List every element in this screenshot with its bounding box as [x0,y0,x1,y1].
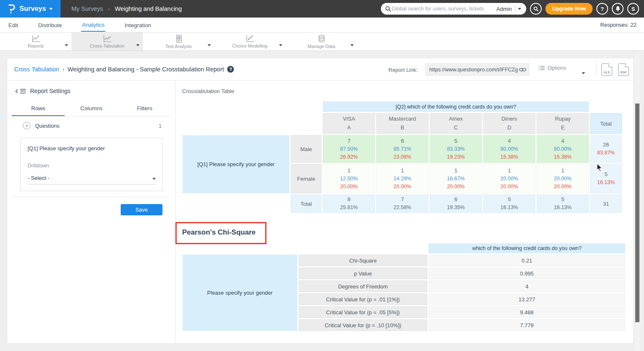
column-header: VISAA [323,113,375,134]
crosstab-cell: 685.71%23.08% [376,135,428,163]
toolbar-item-manage-data[interactable]: Manage Data [286,33,357,51]
tab-rows[interactable]: Rows [12,103,65,116]
chevron-down-icon[interactable] [136,40,139,48]
crosstab-table: [Q2] which of the following credit cards… [181,100,623,214]
chevron-down-icon[interactable] [65,40,68,48]
search-button[interactable] [530,3,542,15]
chi-square-title: Pearson's Chi-Square [182,228,256,237]
breadcrumb-separator: › [108,6,110,12]
stat-label: Critical Value for (p = .10 [10%]) [299,319,427,331]
export-xls-icon[interactable]: XLS [601,63,612,76]
line-chart-icon [31,35,41,43]
chi-stat-row: Please specify your gender Chi-Square 0.… [183,255,625,266]
list-icon [539,66,545,71]
chevron-down-icon [518,8,521,10]
row-total-cell: 516.13% [590,164,622,193]
toolbar-item-cross-tabulation[interactable]: Cross-Tabulation [71,33,143,51]
breadcrumb-my-surveys[interactable]: My Surveys [71,5,103,12]
user-avatar[interactable]: S [627,3,639,15]
document-grid-icon [175,35,183,43]
toolbar-item-label: Cross-Tabulation [90,43,124,48]
chevron-down-icon [49,8,53,10]
mouse-cursor [596,164,604,174]
tab-integration[interactable]: Integration [124,18,152,31]
stat-label: Critical Value for (p = .05 [5%]) [299,306,427,318]
crosstab-cell: 480.00%15.38% [537,135,589,163]
tab-analytics[interactable]: Analytics [81,18,105,32]
options-dropdown-caret[interactable] [582,68,585,76]
tab-filters[interactable]: Filters [118,103,171,116]
stat-value: 0.995 [428,268,625,279]
stat-label: Critical Value for (p = .01 [1%]) [299,293,427,305]
column-total-cell: 722.58% [376,194,428,213]
chi-column-header: which of the following credit cards do y… [428,243,625,253]
toolbar-item-choice-modelling[interactable]: Choice Modelling [214,33,286,51]
chi-header-row: which of the following credit cards do y… [183,243,625,253]
report-link-box[interactable]: https://www.questionpro.com/t/lFFCZg [425,63,530,76]
crosstab-header-question-row: [Q2] which of the following credit cards… [183,101,622,112]
breadcrumb-current-survey: Weighting and Balancing [115,5,182,12]
crosstab-cell: 787.50%26.92% [323,135,375,163]
link-icon[interactable] [519,67,526,72]
global-search-input[interactable] [391,6,494,12]
column-header: AmexC [430,113,482,134]
questions-label: Questions [35,123,159,129]
tab-edit[interactable]: Edit [8,18,19,31]
notifications-button[interactable] [612,3,624,15]
toolbar-item-label: Text Analysis [165,44,192,49]
chevron-down-icon[interactable] [208,40,211,48]
search-scope-label[interactable]: Admin [495,6,515,12]
stat-label: Degrees of Freedom [299,280,427,292]
crosstab-cell: 120.00%20.00% [483,164,535,193]
toolbar-item-text-analysis[interactable]: Text Analysis [143,33,214,51]
stat-label: p Value [299,268,427,279]
question-text: [Q1] Please specify your gender [28,145,105,152]
report-link-label: Report Link: [388,67,418,73]
vertical-scrollbar-thumb[interactable] [635,104,639,322]
drilldown-label: Drilldown [28,163,49,169]
report-settings-header: Report Settings [16,88,71,94]
save-button[interactable]: Save [121,204,162,215]
row-question-header: [Q1] Please specify your gender [183,135,289,193]
add-question-button[interactable]: + [23,122,30,129]
topbar-actions: Admin Upgrade Now S [381,0,639,18]
crosstab-row-male: [Q1] Please specify your gender Male 787… [183,135,622,163]
menu-icon [20,88,26,94]
chevron-down-icon[interactable] [279,40,282,48]
export-pdf-icon[interactable]: PDF [618,63,629,76]
toolbar-item-label: Choice Modelling [232,43,267,48]
report-help-icon[interactable] [227,66,234,73]
toolbar-item-label: Manage Data [307,44,335,49]
help-button[interactable] [596,3,608,15]
pdf-label: PDF [621,71,627,74]
search-scope-dropdown[interactable] [515,8,524,10]
export-divider [596,63,596,76]
cross-tabulation-link[interactable]: Cross Tabulation [14,66,59,73]
crosstab-cell: 120.00%20.00% [537,164,589,193]
options-label: Options [548,65,566,71]
chevron-down-icon [152,175,156,181]
stat-value: 9.488 [428,306,625,318]
tab-columns[interactable]: Columns [65,103,118,116]
report-breadcrumb: Cross Tabulation › Weighting and Balanci… [14,66,234,73]
crosstab-cell: 583.33%19.23% [430,135,482,163]
upgrade-now-button[interactable]: Upgrade Now [545,3,593,15]
options-button[interactable]: Options [539,65,566,71]
report-link-url[interactable]: https://www.questionpro.com/t/lFFCZg [429,67,519,73]
surveys-product-menu[interactable]: Surveys [0,0,61,18]
global-search: Admin [381,3,526,15]
toolbar-item-reports[interactable]: Reports [0,33,71,51]
responses-count[interactable]: Responses: 22 [600,22,636,28]
drilldown-value: - Select - [28,175,49,181]
drilldown-select[interactable]: - Select - [28,175,156,184]
tab-distribute[interactable]: Distribute [37,18,63,31]
chevron-down-icon[interactable] [350,40,354,48]
total-column-header: Total [590,113,622,134]
collapse-sidebar-button[interactable] [16,88,26,94]
topbar-breadcrumb: My Surveys › Weighting and Balancing [71,5,182,12]
crosstab-column-headers-row: VISAA MastercardB AmexC DinersD RupayE T… [183,113,622,134]
breadcrumb-separator: › [63,66,64,72]
product-label: Surveys [20,5,46,13]
column-total-cell: 619.35% [430,194,482,213]
search-icon [533,6,539,12]
